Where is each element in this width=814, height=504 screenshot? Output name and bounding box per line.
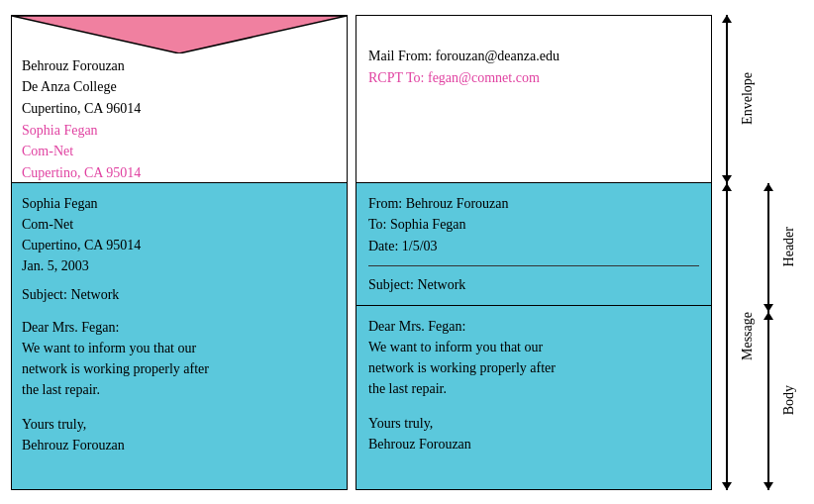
envelope-arrow-top <box>726 15 728 27</box>
body-line2: network is working properly after <box>368 357 699 378</box>
header-divider <box>368 265 699 266</box>
body-line3: the last repair. <box>368 378 699 399</box>
sender-line1: Behrouz Forouzan <box>22 55 141 77</box>
letter-body2: network is working properly after <box>22 358 337 379</box>
header-from: From: Behrouz Forouzan <box>368 193 699 215</box>
message-bracket <box>718 183 736 490</box>
body-salutation: Dear Mrs. Fegan: <box>368 316 699 337</box>
letter-to-line2: Com-Net <box>22 214 337 235</box>
letter-left: Sophia Fegan Com-Net Cupertino, CA 95014… <box>11 183 348 490</box>
header-annotation: Header <box>760 183 797 312</box>
body-line1: We want to inform you that our <box>368 337 699 357</box>
envelope-roof <box>12 16 347 53</box>
envelope-arrow-bottom <box>726 171 728 183</box>
letter-to-line3: Cupertino, CA 95014 <box>22 235 337 255</box>
sender-line3: Cupertino, CA 96014 <box>22 98 141 120</box>
message-label: Message <box>740 312 756 360</box>
letter-sign2: Behrouz Forouzan <box>22 435 337 455</box>
header-arrow-bottom <box>767 300 769 312</box>
body-sign1: Yours truly, <box>368 413 699 434</box>
sender-line2: De Anza College <box>22 76 141 98</box>
envelope-annotation: Envelope <box>718 15 756 183</box>
letter-body1: We want to inform you that our <box>22 338 337 358</box>
header-body-annotation-col: Header Body <box>760 15 797 490</box>
body-arrow-top <box>767 312 769 324</box>
body-arrow-bottom <box>767 478 769 490</box>
body-bracket <box>760 312 777 490</box>
sender-address: Behrouz Forouzan De Anza College Cuperti… <box>22 55 141 183</box>
body-sign2: Behrouz Forouzan <box>368 434 699 454</box>
recipient-line1: Sophia Fegan <box>22 120 141 142</box>
body-annotation: Body <box>760 312 797 490</box>
envelope-left: Behrouz Forouzan De Anza College Cuperti… <box>11 15 348 183</box>
body-line <box>767 324 769 478</box>
letter-salutation: Dear Mrs. Fegan: <box>22 317 337 338</box>
annotations: Envelope Message Header <box>718 15 797 490</box>
svg-marker-0 <box>12 16 347 53</box>
letter-to-line1: Sophia Fegan <box>22 193 337 214</box>
letter-date: Jan. 5, 2003 <box>22 255 337 276</box>
header-right: From: Behrouz Forouzan To: Sophia Fegan … <box>356 183 712 307</box>
rcpt-to: RCPT To: fegan@comnet.com <box>368 67 699 89</box>
right-column: Mail From: forouzan@deanza.edu RCPT To: … <box>356 15 712 490</box>
message-arrow-top <box>726 183 728 195</box>
header-date: Date: 1/5/03 <box>368 236 699 257</box>
envelope-right: Mail From: forouzan@deanza.edu RCPT To: … <box>356 15 712 183</box>
envelope-label: Envelope <box>740 72 756 125</box>
message-arrow-bottom <box>726 478 728 490</box>
main-diagram: Behrouz Forouzan De Anza College Cuperti… <box>11 15 803 490</box>
left-column: Behrouz Forouzan De Anza College Cuperti… <box>11 15 348 490</box>
message-annotation: Message <box>718 183 756 490</box>
header-label: Header <box>781 227 797 266</box>
envelope-annotation-col: Envelope Message <box>718 15 756 490</box>
message-line <box>726 195 728 478</box>
body-right: Dear Mrs. Fegan: We want to inform you t… <box>356 306 712 489</box>
body-label: Body <box>781 385 797 415</box>
envelope-bracket <box>718 15 736 183</box>
header-subject: Subject: Network <box>368 274 699 296</box>
letter-subject: Subject: Network <box>22 284 337 305</box>
recipient-line3: Cupertino, CA 95014 <box>22 162 141 183</box>
header-arrow-top <box>767 183 769 195</box>
header-to: To: Sophia Fegan <box>368 214 699 236</box>
letter-sign1: Yours truly, <box>22 414 337 435</box>
mail-from: Mail From: forouzan@deanza.edu <box>368 46 699 67</box>
envelope-line <box>726 27 728 171</box>
letter-body3: the last repair. <box>22 379 337 400</box>
header-line <box>767 195 769 300</box>
recipient-line2: Com-Net <box>22 141 141 162</box>
header-bracket <box>760 183 777 312</box>
